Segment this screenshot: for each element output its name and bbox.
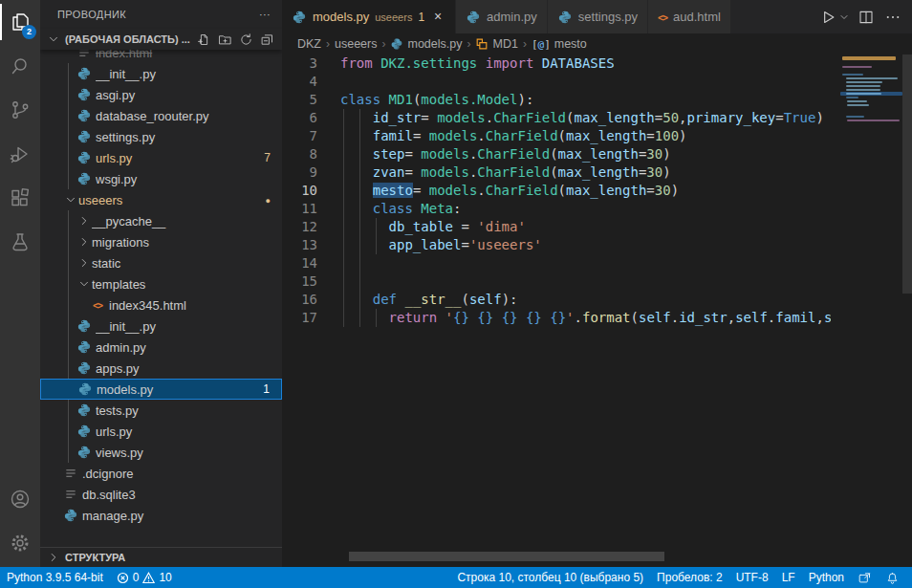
code-editor[interactable]: 34567891011121314151617 from DKZ.setting… [282,54,902,567]
editor-more-actions-button[interactable] [881,6,904,29]
breadcrumb-models.py[interactable]: models.py [390,37,462,51]
activitybar-run-and-debug[interactable] [0,132,40,176]
tree-item-tests-py[interactable]: tests.py [40,400,282,421]
code-line-12[interactable]: db_table = 'dima' [340,218,526,236]
tab-aud-html[interactable]: <> aud.html [648,0,731,33]
activitybar-search[interactable] [0,44,40,88]
code-line-6[interactable]: id_str= models.CharField(max_length=50,p… [340,109,824,127]
chevron-right-icon [77,235,91,249]
file-label: templates [92,277,282,292]
workspace-section-header[interactable]: (РАБОЧАЯ ОБЛАСТЬ) ... [40,29,282,50]
close-icon[interactable]: × [430,10,445,25]
file-icon [63,466,78,481]
tree-item-views-py[interactable]: views.py [40,442,282,463]
breadcrumb-separator: › [521,37,529,51]
more-actions-icon[interactable]: ··· [255,5,274,24]
tree-item-useeers[interactable]: useeers● [40,189,282,210]
breadcrumb-mesto[interactable]: [@]mesto [532,37,587,51]
statusbar-cursor-position[interactable]: Строка 10, столбец 10 (выбрано 5) [450,567,650,588]
collapse-all-button[interactable] [257,30,276,49]
scrollbar-thumb[interactable] [902,54,912,294]
run-dropdown-button[interactable] [837,6,851,29]
tab-bar: models.py useeers 1 × admin.py settings.… [282,0,912,33]
code-line-5[interactable]: class MD1(models.Model): [340,91,533,109]
code-line-10[interactable]: mesto= models.CharField(max_length=30) [340,182,679,200]
tree-item-index345-html[interactable]: <>index345.html [40,294,282,316]
tree-item--init-py[interactable]: __init__.py [40,316,282,337]
statusbar-notifications[interactable] [879,567,906,588]
tree-item-migrations[interactable]: migrations [40,231,282,252]
refresh-button[interactable] [236,30,255,49]
code-line-7[interactable]: famil= models.CharField(max_length=100) [340,127,687,145]
code-line-16[interactable]: def __str__(self): [340,291,517,309]
chevron-right-icon[interactable] [76,255,92,271]
tree-item--pycache-[interactable]: __pycache__ [40,210,282,231]
activitybar-explorer[interactable]: 2 [0,0,40,44]
activitybar-source-control[interactable] [0,88,40,132]
file-label: .dcignore [82,467,282,481]
outline-section-header[interactable]: СТРУКТУРА [40,547,282,567]
horizontal-scrollbar[interactable] [349,552,664,561]
breadcrumb-DKZ[interactable]: DKZ [297,37,321,51]
line-number-15: 15 [301,272,317,291]
split-editor-icon [858,9,875,26]
code-line-8[interactable]: step= models.CharField(max_length=30) [340,145,671,163]
tree-item-admin-py[interactable]: admin.py [40,337,282,358]
minimap-line [846,85,881,87]
tab-label: admin.py [487,10,537,24]
statusbar-encoding[interactable]: UTF-8 [729,567,775,588]
tab-models-py[interactable]: models.py useeers 1 × [282,0,456,33]
breadcrumb-useeers[interactable]: useeers [335,37,377,51]
tab-settings-py[interactable]: settings.py [548,0,648,33]
tree-item--init-py[interactable]: __init__.py [40,63,282,84]
code-line-17[interactable]: return '{} {} {} {} {}'.format(self.id_s… [340,309,831,327]
tree-item-database-roouter-py[interactable]: database_roouter.py [40,105,282,126]
tree-item-templates[interactable]: templates [40,273,282,294]
statusbar-feedback[interactable] [851,567,879,588]
minimap[interactable] [840,54,902,567]
chevron-down-icon[interactable] [76,276,92,292]
tree-item--dcignore[interactable]: .dcignore [40,463,282,484]
tree-item-urls-py[interactable]: urls.py7 [40,147,282,168]
activitybar-accounts[interactable] [0,477,40,521]
activitybar-testing[interactable] [0,220,40,264]
code-line-3[interactable]: from DKZ.settings import DATABASES [340,54,615,73]
statusbar-indentation[interactable]: Пробелов: 2 [650,567,729,588]
file-label: migrations [92,235,282,250]
chevron-down-icon [77,277,91,291]
run-button[interactable] [816,6,839,29]
minimap-line [842,74,863,76]
vertical-scrollbar[interactable] [902,54,912,567]
chevron-right-icon[interactable] [76,234,92,250]
tree-item-models-py[interactable]: models.py1 [40,379,282,400]
activitybar-settings[interactable] [0,521,40,565]
tree-item-apps-py[interactable]: apps.py [40,358,282,379]
breadcrumb-MD1[interactable]: MD1 [475,37,517,51]
breadcrumb-separator: › [324,37,332,51]
chevron-right-icon[interactable] [76,213,92,229]
tree-item-settings-py[interactable]: settings.py [40,126,282,147]
tab-admin-py[interactable]: admin.py [456,0,548,33]
code-line-13[interactable]: app_label='useeers' [340,236,542,254]
statusbar-eol[interactable]: LF [775,567,802,588]
code-line-9[interactable]: zvan= models.CharField(max_length=30) [340,163,671,182]
statusbar-language-mode[interactable]: Python [802,567,851,588]
new-file-button[interactable] [194,30,213,49]
tree-item-asgi-py[interactable]: asgi.py [40,84,282,105]
chevron-down-icon[interactable] [63,192,78,207]
statusbar-problems[interactable]: 010 [110,567,179,588]
editor-content[interactable]: from DKZ.settings import DATABASESclass … [340,54,831,567]
tree-item-static[interactable]: static [40,252,282,273]
tree-item-manage-py[interactable]: manage.py [40,505,282,526]
chevron-right-icon [77,214,91,228]
source-control-icon [9,98,32,121]
split-editor-button[interactable] [855,6,878,29]
tree-item-wsgi-py[interactable]: wsgi.py [40,168,282,189]
tree-item-urls-py[interactable]: urls.py [40,421,282,442]
activitybar-extensions[interactable] [0,176,40,220]
code-line-11[interactable]: class Meta: [340,200,461,218]
statusbar-python-interpreter[interactable]: Python 3.9.5 64-bit [0,567,110,588]
new-folder-button[interactable] [215,30,234,49]
tree-item-db-sqlite3[interactable]: db.sqlite3 [40,484,282,505]
activitybar-bottom [0,477,40,565]
